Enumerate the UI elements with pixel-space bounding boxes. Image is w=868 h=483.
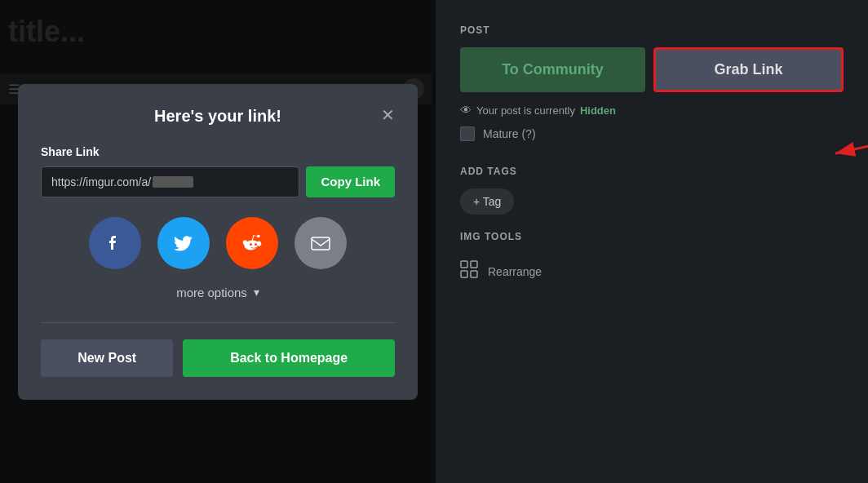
share-link-text: https://imgur.com/a/	[51, 175, 151, 188]
add-tags-section: ADD TAGS + Tag	[460, 166, 844, 215]
add-tags-label: ADD TAGS	[460, 166, 844, 177]
new-post-button[interactable]: New Post	[41, 339, 173, 377]
mature-row: Mature (?)	[460, 126, 844, 141]
twitter-button[interactable]	[157, 217, 210, 269]
svg-rect-4	[461, 271, 467, 277]
share-link-display: https://imgur.com/a/	[41, 166, 299, 197]
more-options-text: more options	[176, 286, 247, 299]
post-status-value: Hidden	[580, 104, 616, 117]
social-buttons	[41, 217, 395, 269]
svg-rect-3	[471, 261, 477, 268]
copy-link-button[interactable]: Copy Link	[306, 166, 395, 197]
grab-link-button[interactable]: Grab Link	[653, 47, 844, 92]
modal-overlay: Here's your link! ✕ Share Link https://i…	[0, 0, 436, 483]
mature-checkbox[interactable]	[460, 126, 475, 141]
url-blur	[153, 176, 193, 188]
post-section-label: POST	[460, 24, 844, 36]
post-buttons: To Community Grab Link	[460, 47, 844, 92]
chevron-down-icon: ▾	[254, 286, 259, 299]
img-tools-label: IMG TOOLS	[460, 231, 844, 242]
rearrange-icon	[460, 260, 478, 282]
modal-close-button[interactable]: ✕	[381, 107, 395, 123]
modal-footer: New Post Back to Homepage	[41, 339, 395, 377]
reddit-button[interactable]	[226, 217, 278, 269]
modal: Here's your link! ✕ Share Link https://i…	[18, 84, 418, 400]
rearrange-label: Rearrange	[488, 265, 542, 278]
modal-header: Here's your link! ✕	[41, 107, 395, 126]
facebook-button[interactable]	[89, 217, 141, 269]
modal-title: Here's your link!	[154, 107, 281, 126]
to-community-button[interactable]: To Community	[460, 47, 645, 92]
rearrange-row[interactable]: Rearrange	[460, 254, 844, 289]
post-status: 👁 Your post is currently Hidden	[460, 104, 844, 117]
right-panel: POST To Community Grab Link 👁 Your post …	[436, 0, 868, 483]
svg-rect-5	[471, 271, 477, 277]
status-eye-icon: 👁	[460, 104, 472, 117]
tag-button[interactable]: + Tag	[460, 188, 514, 215]
svg-rect-2	[461, 261, 467, 268]
post-status-prefix: Your post is currently	[476, 104, 575, 117]
back-to-homepage-button[interactable]: Back to Homepage	[183, 339, 395, 377]
email-button[interactable]	[294, 217, 347, 269]
img-tools-section: IMG TOOLS Rearrange	[460, 231, 844, 289]
share-link-label: Share Link	[41, 145, 395, 158]
modal-divider	[41, 322, 395, 323]
more-options-row[interactable]: more options ▾	[41, 286, 395, 299]
svg-rect-7	[312, 237, 330, 250]
share-link-row: https://imgur.com/a/ Copy Link	[41, 166, 395, 197]
mature-label: Mature (?)	[483, 127, 536, 140]
